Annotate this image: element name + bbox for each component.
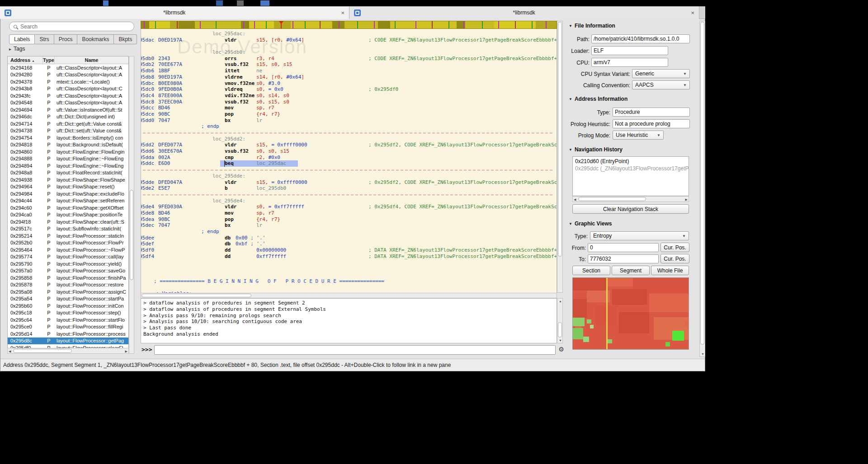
history-horizontal-scrollbar[interactable]: ◀ ▶ [572,196,689,202]
table-row[interactable]: 0x294714Puft::Dict::get(uft::Value const… [8,120,128,127]
table-row[interactable]: 0x294964Playout::FlowShape::reset() [8,183,128,191]
table-row[interactable]: 0x294280Puft::ClassDescriptor<layout::A [8,71,128,79]
navigation-strip[interactable] [141,21,557,29]
scroll-right-icon[interactable]: ▶ [685,198,688,201]
section-navigation-history[interactable]: ▼Navigation History [569,146,623,153]
scrollbar-thumb[interactable] [558,22,562,257]
search-field[interactable] [9,22,134,31]
disasm-line[interactable]: 95df4dd0xff7fffff; DATA XREF=_ZN6layout1… [141,253,557,260]
table-row[interactable]: 0x2957a0Playout::FlowProcessor::saveGo [8,267,128,275]
sidebar-tab-bkpts[interactable]: Bkpts [114,34,137,44]
table-row[interactable]: 0x294f18Playout::FlowShape::clear(uft::S [8,218,128,225]
sidebar-vertical-scrollbar[interactable] [129,56,134,354]
scrollbar-thumb[interactable] [578,197,646,201]
disasm-line[interactable]: 95dec7047bxlr [141,222,557,229]
graphic-view-scope-button[interactable]: Whole File [651,266,689,275]
table-row[interactable]: 0x294168Puft::ClassDescriptor<layout::A [8,64,128,71]
sidebar-tab-procs[interactable]: Procs [54,34,78,44]
disasm-line[interactable]: 95dccBD46movsp, r7 [141,105,557,111]
disasm-line[interactable]: 95dacD0ED197Avldrs15, [r0, #0x64]; CODE … [141,37,557,43]
tab-close-icon[interactable]: × [341,9,344,16]
disasm-line[interactable]: 95dd2DFED077Avldrs15, = 0xffff0000; 0x29… [141,142,557,148]
scroll-down-icon[interactable]: ▼ [701,352,704,356]
table-row[interactable]: 0x2946dcPuft::Dict::Dict(unsigned int) [8,113,128,121]
inspector-vertical-scrollbar[interactable]: ▼ [699,21,705,357]
disassembly-view[interactable]: Demo Version loc_295dac:95dacD0ED197Avld… [141,29,557,293]
disasm-line[interactable]: 95de8BD46movsp, r7 [141,210,557,216]
entropy-view[interactable] [572,277,689,350]
table-row[interactable]: 0x295774Playout::FlowProcessor::call(lay [8,253,128,261]
table-row[interactable]: 0x294c44Playout::FlowShape::setReferen [8,197,128,205]
table-row[interactable]: 0x294ca0Playout::FlowShape::positionTe [8,211,128,219]
table-row[interactable]: 0x295214Playout::FlowProcessor::staticIn [8,232,128,239]
console-input[interactable] [154,345,556,355]
to-cur-pos-button[interactable]: Cur. Pos. [660,254,689,263]
disasm-line[interactable]: 95dbcB0EE080Avmov.f32nes0, #3.0 [141,80,557,87]
table-row[interactable]: 0x295464Playout::FlowProcessor::~FlowP [8,246,128,253]
prolog-heuristic-input[interactable] [613,119,690,128]
disasm-line[interactable]: loc_295dd2: [141,136,557,142]
table-row[interactable]: 0x295a54Playout::FlowProcessor::startPa [8,295,128,303]
table-row[interactable]: 0x295d14Playout::FlowProcessor::process [8,330,128,337]
sidebar-tab-labels[interactable]: Labels [9,34,35,44]
disasm-line[interactable]: 95dce90BCpop{r4, r7} [141,111,557,117]
table-row[interactable]: 0x294894Playout::FlowEngine::~FlowEng [8,162,128,169]
navigation-history-list[interactable]: 0x210d60 (EntryPoint)0x295ddc (_ZN6layou… [572,156,689,196]
clear-navigation-stack-button[interactable]: Clear Navigation Stack [572,204,689,214]
disasm-line[interactable]: ; =============== B E G I N N I N G O F … [141,278,557,285]
graphic-type-select[interactable]: Entropy▼ [590,231,689,240]
scrollbar-thumb[interactable] [13,349,72,353]
table-row[interactable]: 0x295878Playout::FlowProcessor::restore [8,281,128,289]
table-row[interactable]: 0x29517cPlayout::SubflowInfo::staticInit… [8,225,128,233]
table-row[interactable]: 0x294378Pmtext::Locale::~Locale() [8,78,128,85]
disasm-line[interactable]: 95deedb0x00 ; '.' [141,235,557,241]
table-row[interactable]: 0x2948a8Playout::FloatRecord::staticInit… [8,169,128,177]
scroll-up-icon[interactable]: ▲ [559,300,562,303]
scroll-left-icon[interactable]: ◀ [9,350,11,353]
tags-disclosure[interactable]: ▸Tags [9,46,25,52]
disasm-line[interactable]: 95dda002Acmpr2, #0x0 [141,155,557,161]
scroll-right-icon[interactable]: ▶ [125,350,127,353]
scrollbar-thumb[interactable] [130,190,133,280]
loader-input[interactable] [591,46,668,55]
scroll-left-icon[interactable]: ◀ [574,198,576,201]
section-file-information[interactable]: ▼File Information [569,23,615,29]
table-row[interactable]: 0x295ce0Playout::FlowProcessor::fillRegi [8,323,128,331]
disasm-line[interactable]: 95dc487EE000Avdiv.f32nes0, s14, s0 [141,93,557,99]
disasm-line[interactable]: 95db890ED197Avldrnes14, [r0, #0x64] [141,74,557,80]
disasm-line[interactable]: 95dc837EEC00Avsub.f32s0, s15, s0 [141,99,557,105]
cpu-syntax-select[interactable]: Generic▼ [632,69,690,78]
table-row[interactable]: 0x2943b8Puft::ClassDescriptor<layout::C [8,85,128,93]
graphic-view-scope-button[interactable]: Segment [612,266,650,275]
disasm-line[interactable]: 95df0dd0x00000000; DATA XREF=_ZN6layout1… [141,247,557,253]
sidebar-horizontal-scrollbar[interactable]: ◀ ▶ [7,348,129,354]
table-row[interactable]: 0x294938Playout::FlowShape::FlowShape [8,176,128,183]
graphic-view-scope-button[interactable]: Section [572,266,610,275]
disasm-line[interactable]: 95de2E5E7bloc_295db0 [141,185,557,192]
column-header-type[interactable]: Type [43,56,55,64]
prolog-mode-select[interactable]: Use Heuristic▼ [613,131,664,140]
table-row[interactable]: 0x295d8cPlayout::FlowProcessor::getPag [8,337,128,345]
disasm-line[interactable] [141,130,557,136]
disasm-line[interactable]: 95db61BBFittetne [141,68,557,74]
tab-librmsdk-2[interactable]: *librmsdk × [349,6,699,19]
table-row[interactable]: 0x294694Puft::Value::isInstanceOf(uft::S… [8,106,128,113]
table-row[interactable]: 0x295a08Playout::FlowProcessor::assignC [8,288,128,295]
disasm-line[interactable]: 95dea90BCpop{r4, r7} [141,216,557,223]
section-graphic-views[interactable]: ▼Graphic Views [569,220,612,227]
disasm-line[interactable] [141,167,557,173]
console-vertical-scrollbar[interactable]: ▲ ▼ [557,298,563,343]
table-row[interactable]: 0x2943fcPuft::ClassDescriptor<layout::A [8,92,128,99]
disasm-line[interactable]: 95db02343orrsr3, r4; CODE XREF=_ZN6layou… [141,56,557,62]
table-row[interactable]: 0x294738Puft::Dict::set(uft::Value const… [8,127,128,135]
addr-type-input[interactable] [613,108,690,117]
scrollbar-thumb[interactable] [700,22,704,345]
tab-librmsdk-1[interactable]: *librmsdk × [0,6,349,19]
disasm-line[interactable]: 95dd630EE670Avsub.f32s0, s0, s15 [141,148,557,155]
disassembly-horizontal-scrollbar[interactable] [141,293,557,298]
cpu-input[interactable] [591,58,668,67]
table-row[interactable]: 0x294860Playout::FlowEngine::FlowEngin [8,148,128,155]
table-row[interactable]: 0x295b60Playout::FlowProcessor::initCon [8,302,128,309]
table-row[interactable]: 0x295c18Playout::FlowProcessor::step() [8,309,128,317]
disasm-line[interactable]: loc_295de4: [141,198,557,204]
